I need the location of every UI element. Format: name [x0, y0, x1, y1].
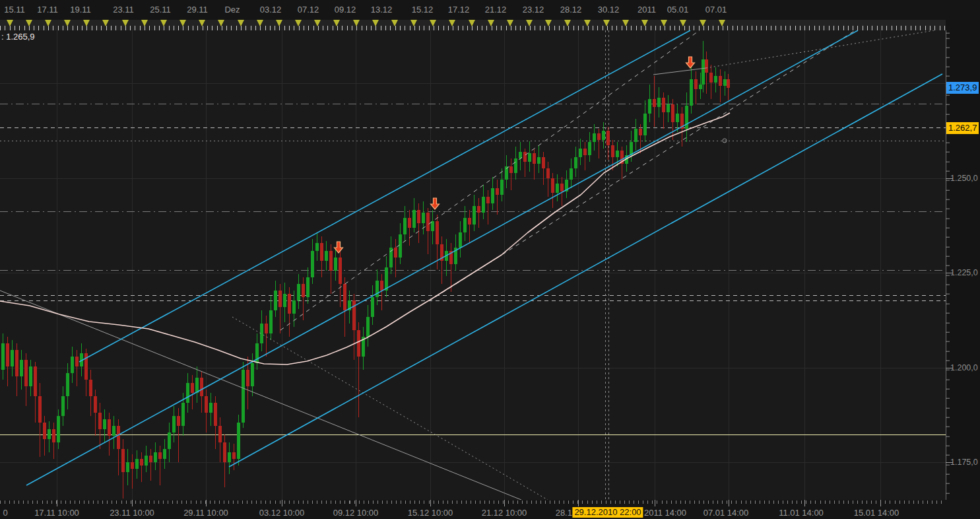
candle-body-down: [727, 79, 730, 88]
candle-body-down: [533, 153, 536, 164]
candle-body-up: [297, 284, 300, 300]
candle-body-down: [357, 330, 360, 357]
candle-body-up: [315, 243, 319, 251]
candle-body-down: [719, 76, 722, 86]
candle-body-down: [75, 357, 79, 366]
candle-body-down: [205, 396, 208, 413]
candle-body-up: [29, 366, 32, 386]
candle-body-up: [154, 452, 157, 462]
candle-body-down: [509, 166, 513, 173]
candle-body-up: [699, 85, 702, 89]
candle-body-down: [408, 218, 411, 228]
candle-body-down: [278, 291, 282, 307]
candle-body-down: [339, 258, 342, 284]
bottom-axis-time-label: 07.01 14:00: [703, 508, 749, 518]
plot-background: [0, 30, 946, 500]
candle-body-down: [709, 73, 713, 83]
candle-body-up: [579, 149, 582, 157]
candle-body-down: [329, 251, 333, 271]
bottom-time-axis[interactable]: 29.12.2010 22:00 017.11 10:0023.11 10:00…: [0, 500, 980, 519]
candle-body-down: [232, 452, 236, 459]
trading-chart-window: 15.1117.1119.1123.1125.1129.11Dez03.1207…: [0, 0, 980, 519]
candle-body-down: [394, 248, 397, 258]
candle-body-up: [181, 403, 185, 426]
candle-body-up: [228, 452, 231, 462]
candle-body-down: [15, 350, 18, 376]
bottom-axis-time-label: 2011 14:00: [644, 508, 686, 518]
candle-body-up: [274, 291, 277, 310]
candle-body-up: [48, 429, 51, 439]
candle-body-up: [431, 221, 434, 231]
bottom-axis-edge-label: 0: [3, 508, 7, 518]
candle-body-up: [71, 357, 74, 373]
candle-body-down: [288, 294, 291, 314]
candle-body-down: [200, 378, 203, 396]
candle-body-up: [292, 300, 296, 314]
bottom-axis-time-label: 11.01 14:00: [779, 508, 824, 518]
price-axis-major-tick: [946, 178, 953, 179]
candle-body-down: [546, 168, 550, 178]
candle-body-down: [496, 188, 499, 195]
candle-body-up: [306, 277, 310, 297]
candle-body-up: [482, 197, 485, 213]
candle-body-up: [556, 184, 559, 193]
candle-body-down: [98, 413, 102, 429]
candle-body-down: [606, 131, 610, 145]
bottom-axis-major-tick: [578, 500, 579, 506]
candle-body-down: [265, 324, 268, 333]
candle-body-up: [168, 433, 171, 449]
candle-body-up: [574, 157, 577, 168]
bottom-axis-time-label: 29.11 10:00: [183, 508, 228, 518]
candle-body-down: [320, 243, 323, 261]
alert-price-badge: 1.262,7: [946, 122, 979, 134]
bottom-axis-time-label: 21.12 10:00: [482, 508, 527, 518]
candle-body-down: [214, 403, 217, 426]
candle-body-up: [172, 416, 176, 433]
price-axis[interactable]: 1.273,9 1.262,7 1.250,01.225,01.200,01.1…: [946, 30, 980, 500]
bottom-axis-time-label: 15.01 14:00: [854, 508, 899, 518]
bottom-axis-major-tick: [282, 500, 282, 506]
last-price-readout: : 1.265,9: [1, 32, 35, 42]
candle-body-up: [195, 378, 199, 393]
candle-body-down: [218, 426, 222, 442]
candle-body-up: [135, 459, 139, 469]
candle-body-up: [602, 131, 605, 140]
candle-body-down: [121, 449, 125, 472]
price-axis-label: 1.250,0: [950, 174, 978, 183]
bottom-axis-time-label: 03.12 10:00: [259, 508, 305, 518]
candle-body-up: [20, 360, 23, 376]
bottom-axis-major-tick: [880, 500, 881, 506]
price-axis-label: 1.175,0: [950, 458, 978, 467]
candle-body-up: [634, 129, 637, 142]
candle-body-down: [597, 133, 601, 140]
candle-body-up: [186, 383, 189, 403]
candle-body-down: [653, 99, 656, 107]
bottom-axis-major-tick: [356, 500, 356, 506]
candle-body-up: [690, 79, 693, 106]
candle-body-up: [723, 79, 727, 86]
candle-body-up: [145, 456, 148, 466]
bottom-axis-major-tick: [132, 500, 133, 506]
candle-body-down: [639, 129, 642, 135]
candle-body-up: [251, 363, 254, 386]
candle-body-down: [477, 206, 480, 213]
candle-body-down: [694, 79, 698, 89]
bottom-axis-time-label: 09.12 10:00: [333, 508, 379, 518]
candle-body-up: [459, 232, 462, 248]
candle-body-up: [376, 281, 379, 297]
candle-body-down: [191, 383, 194, 393]
candle-body-down: [583, 149, 587, 155]
candle-body-up: [714, 76, 717, 83]
candle-body-up: [103, 419, 106, 429]
chart-plot-area[interactable]: [0, 0, 980, 519]
candle-body-down: [34, 366, 37, 396]
candle-body-down: [89, 380, 92, 396]
candle-body-down: [662, 98, 665, 112]
candle-body-down: [436, 221, 439, 244]
candle-body-up: [163, 449, 166, 459]
candle-body-down: [542, 157, 545, 168]
candle-body-up: [371, 297, 374, 317]
candle-body-down: [52, 429, 55, 442]
price-axis-ticks: [946, 30, 950, 500]
candle-body-down: [6, 343, 9, 366]
